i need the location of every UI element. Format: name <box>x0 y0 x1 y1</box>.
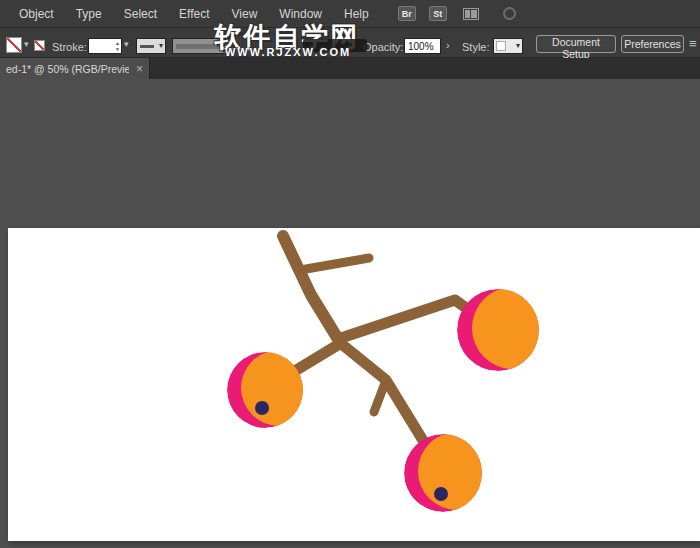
brush-preview <box>176 44 220 49</box>
fill-chevron-down-icon[interactable]: ▾ <box>24 40 29 49</box>
branch-path[interactable] <box>306 258 369 269</box>
menu-type[interactable]: Type <box>65 0 113 27</box>
width-profile-preview <box>140 45 154 48</box>
document-tab[interactable]: ed-1* @ 50% (RGB/Preview) × <box>0 58 150 79</box>
document-tab-label: ed-1* @ 50% (RGB/Preview) <box>6 63 129 75</box>
stroke-weight-chevron-down-icon[interactable]: ▾ <box>124 40 129 49</box>
preferences-button[interactable]: Preferences <box>621 35 684 53</box>
brush-definition-dropdown[interactable]: ▾ <box>172 38 234 54</box>
artboard[interactable] <box>8 228 700 541</box>
chevron-down-icon: ▾ <box>159 42 163 50</box>
canvas-area[interactable] <box>0 79 700 548</box>
pane-right <box>471 10 477 18</box>
berry[interactable] <box>404 432 496 512</box>
menu-bar: Object Type Select Effect View Window He… <box>0 0 700 27</box>
berry[interactable] <box>457 287 554 371</box>
berry-seed[interactable] <box>255 401 269 415</box>
menu-select[interactable]: Select <box>113 0 168 27</box>
bridge-badge[interactable]: Br <box>398 6 416 21</box>
opacity-options-chevron-icon[interactable]: › <box>446 39 450 51</box>
fill-color-none-swatch[interactable] <box>6 37 22 53</box>
illustrator-window: Object Type Select Effect View Window He… <box>0 0 700 548</box>
panel-menu-icon[interactable]: ≡ <box>689 36 697 51</box>
menu-window[interactable]: Window <box>268 0 333 27</box>
menu-effect[interactable]: Effect <box>168 0 220 27</box>
berry-orange-body <box>472 287 554 369</box>
branch-path[interactable] <box>283 236 338 339</box>
arrange-documents-icon[interactable] <box>463 8 479 20</box>
chevron-down-icon: ▾ <box>516 42 520 50</box>
style-label: Style: <box>462 41 490 53</box>
control-bar: ▾ Stroke: ▲ ▼ ▾ ▾ ▾ Opacity: › Style: ▾ … <box>0 27 700 58</box>
berry-orange-body <box>418 432 496 510</box>
document-setup-button[interactable]: Document Setup <box>536 35 616 53</box>
pane-left <box>465 10 471 18</box>
stroke-color-none-swatch[interactable] <box>34 40 45 51</box>
stroke-weight-field[interactable]: ▲ ▼ <box>88 38 122 54</box>
stock-badge[interactable]: St <box>429 6 447 21</box>
tab-close-icon[interactable]: × <box>136 63 143 75</box>
stroke-weight-stepper[interactable]: ▲ ▼ <box>115 39 120 53</box>
stroke-label: Stroke: <box>52 41 87 53</box>
style-swatch <box>496 41 506 51</box>
step-down-icon[interactable]: ▼ <box>115 46 120 52</box>
chevron-down-icon: ▾ <box>227 42 231 50</box>
artwork-svg <box>8 228 700 541</box>
variable-width-profile-dropdown[interactable]: ▾ <box>136 38 166 54</box>
menu-help[interactable]: Help <box>333 0 380 27</box>
menu-object[interactable]: Object <box>8 0 65 27</box>
menu-view[interactable]: View <box>221 0 269 27</box>
gpu-performance-icon[interactable] <box>503 7 516 20</box>
branch-path[interactable] <box>374 383 385 412</box>
document-tab-bar: ed-1* @ 50% (RGB/Preview) × <box>0 58 700 79</box>
opacity-input[interactable] <box>404 38 441 54</box>
opacity-label: Opacity: <box>363 41 403 53</box>
style-dropdown[interactable]: ▾ <box>493 38 523 54</box>
berry-seed[interactable] <box>434 487 448 501</box>
